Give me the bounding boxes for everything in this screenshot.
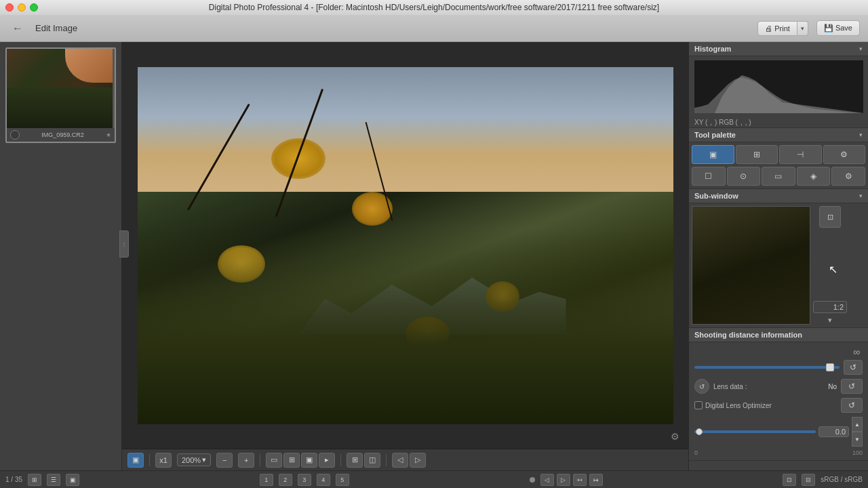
rgb-end: , ): [745, 119, 751, 126]
value-input[interactable]: [818, 426, 849, 437]
stepper-up[interactable]: ▲: [852, 417, 863, 432]
nav-last-button[interactable]: ↦: [589, 474, 603, 486]
shooting-distance-title: Shooting distance information: [694, 331, 802, 339]
filmstrip-item[interactable]: IMG_0959.CR2 ★: [5, 47, 116, 143]
tp-btn-8[interactable]: ⚙: [831, 167, 865, 186]
color-mode-label: sRGB / sRGB: [821, 476, 863, 483]
zoom-x1-button[interactable]: x1: [155, 453, 172, 468]
separator-4: [386, 454, 387, 466]
image-settings-icon[interactable]: ⚙: [671, 431, 683, 443]
sub-zoom-stepper[interactable]: ▾: [828, 316, 832, 325]
separator-3: [340, 454, 341, 466]
tp-btn-5[interactable]: ⊙: [727, 167, 761, 186]
tp-btn-4[interactable]: ☐: [692, 167, 726, 186]
zoom-in-button[interactable]: +: [238, 453, 254, 468]
tool-palette-grid-row2: ☐ ⊙ ▭ ◈ ⚙: [689, 167, 868, 188]
print-button[interactable]: 🖨 Print: [757, 21, 797, 36]
nav-next-button[interactable]: ▷: [557, 474, 570, 486]
rgb-mid: ,: [741, 119, 743, 126]
digital-lens-reset-button[interactable]: ↺: [841, 398, 863, 413]
view-compare-button[interactable]: ⊡: [783, 474, 796, 486]
thumbnail-image: [7, 49, 113, 128]
lens-refresh-button[interactable]: ↺: [694, 379, 709, 394]
distance-slider-track[interactable]: [694, 366, 840, 369]
layout-btn-3[interactable]: ▣: [301, 453, 317, 468]
histogram-canvas: [694, 60, 863, 113]
digital-lens-checkbox[interactable]: [694, 401, 703, 409]
tp-btn-2[interactable]: ⊣: [779, 145, 822, 164]
nav-btn-1[interactable]: ◁: [392, 453, 408, 468]
xy-comma1: ,: [710, 119, 712, 126]
tool-group-2: ⊞ ◫: [347, 453, 380, 468]
zoom-out-button[interactable]: −: [216, 453, 233, 468]
sub-controls: ⊡ 1:2 ▾: [813, 206, 847, 325]
stepper-down[interactable]: ▼: [852, 432, 863, 447]
tp-btn-0[interactable]: ▣: [692, 145, 734, 164]
view-mode-button[interactable]: ▣: [127, 453, 144, 468]
sub-ctrl-expand[interactable]: ⊡: [819, 206, 841, 228]
back-button[interactable]: ←: [8, 21, 27, 36]
shooting-distance-header[interactable]: Shooting distance information: [689, 328, 868, 342]
nav-btn-2[interactable]: ▷: [410, 453, 426, 468]
separator-2: [260, 454, 260, 466]
tp-btn-1[interactable]: ⊞: [736, 145, 778, 164]
transform-btn-1[interactable]: ⊞: [347, 453, 363, 468]
tp-btn-6[interactable]: ▭: [762, 167, 795, 186]
image-container[interactable]: ⚙: [122, 42, 688, 449]
histogram-chart: [694, 60, 863, 113]
fullscreen-button[interactable]: [30, 3, 38, 12]
tp-btn-3[interactable]: ⚙: [823, 145, 866, 164]
separator: [149, 454, 150, 466]
distance-slider-thumb[interactable]: [826, 363, 834, 371]
traffic-lights: [5, 3, 38, 12]
layout-btn-2[interactable]: ⊞: [283, 453, 300, 468]
collapse-panel-button[interactable]: ⋮: [119, 230, 129, 258]
nav-buttons: ◁ ▷ ↤ ↦: [540, 474, 603, 486]
flag-5-button[interactable]: 5: [336, 474, 349, 486]
lens-reset-button[interactable]: ↺: [841, 379, 863, 394]
lens-data-label: Lens data :: [713, 383, 747, 390]
tp-btn-7[interactable]: ◈: [797, 167, 831, 186]
histogram-header[interactable]: Histogram ▾: [689, 42, 868, 56]
digital-lens-checkbox-label[interactable]: Digital Lens Optimizer: [694, 401, 772, 409]
transform-btn-2[interactable]: ◫: [364, 453, 380, 468]
minimize-button[interactable]: [18, 3, 26, 12]
flag-1-button[interactable]: 1: [260, 474, 273, 486]
view-list-button[interactable]: ☰: [47, 474, 60, 486]
value-slider[interactable]: [694, 430, 816, 433]
flag-4-button[interactable]: 4: [317, 474, 330, 486]
value-slider-thumb[interactable]: [696, 428, 703, 435]
flag-3-button[interactable]: 3: [298, 474, 311, 486]
nav-first-button[interactable]: ↤: [573, 474, 587, 486]
distance-header: ∞: [694, 346, 863, 357]
digital-lens-row: Digital Lens Optimizer ↺: [694, 398, 863, 413]
tool-palette-header[interactable]: Tool palette ▾: [689, 128, 868, 142]
distance-reset-button[interactable]: ↺: [844, 360, 863, 375]
print-dropdown[interactable]: ▾: [797, 21, 808, 36]
layout-btn-4[interactable]: ▸: [319, 453, 335, 468]
main-layout: IMG_0959.CR2 ★ ⋮ ⚙ ▣: [0, 42, 868, 470]
zoom-value: 200%: [182, 456, 201, 464]
tool-group-3: ◁ ▷: [392, 453, 426, 468]
center-panel: ⚙ ▣ x1 200% ▾ − + ▭ ⊞ ▣ ▸ ⊞ ◫: [122, 42, 688, 470]
sub-window-header[interactable]: Sub-window ▾: [689, 189, 868, 203]
main-photo: [138, 67, 673, 424]
infinity-icon: ∞: [853, 346, 860, 357]
sub-window-title: Sub-window: [694, 192, 738, 200]
close-button[interactable]: [5, 3, 14, 12]
tool-palette-grid-row1: ▣ ⊞ ⊣ ⚙: [689, 142, 868, 167]
thumb-circle-icon: [10, 130, 20, 140]
image-toolbar: ▣ x1 200% ▾ − + ▭ ⊞ ▣ ▸ ⊞ ◫ ◁: [122, 449, 688, 470]
sub-window-section: Sub-window ▾ ⊡ 1:2 ▾: [689, 189, 868, 328]
thumb-filename: IMG_0959.CR2: [41, 131, 84, 138]
view-detail-button[interactable]: ▣: [66, 474, 79, 486]
layout-btn-1[interactable]: ▭: [266, 453, 282, 468]
sub-zoom-select[interactable]: 1:2: [813, 301, 847, 313]
save-button[interactable]: 💾 Save: [816, 20, 860, 36]
nav-prev-button[interactable]: ◁: [540, 474, 554, 486]
view-grid-button[interactable]: ⊞: [28, 474, 41, 486]
flag-2-button[interactable]: 2: [279, 474, 292, 486]
sub-thumb-dark: [692, 207, 810, 324]
view-zoom-button[interactable]: ⊟: [802, 474, 815, 486]
lens-data-value: No: [828, 383, 837, 390]
